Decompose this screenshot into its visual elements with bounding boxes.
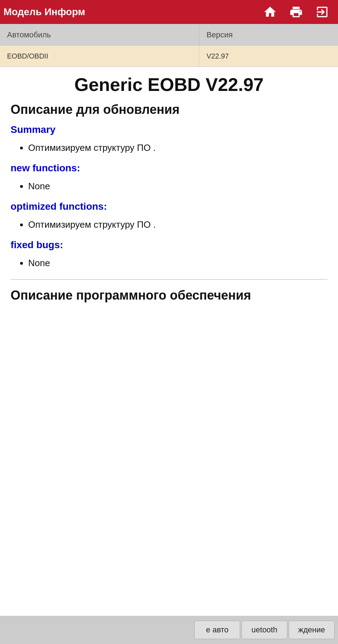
export-button[interactable] [310,1,334,23]
bottom-btn-2[interactable]: ждение [289,621,334,639]
info-table: Автомобиль Версия EOBD/OBDII V22.97 [0,24,338,67]
fixed-bugs-list: None [28,256,327,271]
fixed-bugs-label: fixed bugs: [11,239,327,251]
new-functions-label: new functions: [11,162,327,174]
fixed-bugs-section: fixed bugs: None [11,239,327,271]
print-button[interactable] [284,1,308,23]
bottom-btn-1[interactable]: uetooth [242,621,287,639]
bottom-bar: е авто uetooth ждение [0,616,338,644]
export-icon [315,5,329,19]
summary-list: Оптимизируем структуру ПО . [28,140,327,155]
app-header: Модель Информ [0,0,338,24]
home-button[interactable] [258,1,282,23]
list-item: Оптимизируем структуру ПО . [28,217,327,232]
header-icon-group [258,1,334,23]
optimized-functions-section: optimized functions: Оптимизируем структ… [11,201,327,232]
optimized-functions-list: Оптимизируем структуру ПО . [28,217,327,232]
list-item: None [28,179,327,194]
new-functions-list: None [28,179,327,194]
home-icon [263,5,277,19]
new-functions-section: new functions: None [11,162,327,194]
table-row: EOBD/OBDII V22.97 [0,46,338,67]
print-icon [289,5,303,19]
summary-section: Summary Оптимизируем структуру ПО . [11,124,327,155]
col-version-header: Версия [199,24,338,46]
bottom-btn-0[interactable]: е авто [194,621,240,639]
cell-version: V22.97 [199,46,338,67]
list-item: Оптимизируем структуру ПО . [28,140,327,155]
software-description-heading: Описание программного обеспечения [11,288,327,303]
page-title: Generic EOBD V22.97 [11,74,327,95]
section-divider [11,279,327,280]
list-item: None [28,256,327,271]
update-description-heading: Описание для обновления [11,102,327,117]
cell-car: EOBD/OBDII [0,46,199,67]
main-content: Generic EOBD V22.97 Описание для обновле… [0,67,338,616]
summary-label: Summary [11,124,327,135]
header-title: Модель Информ [4,6,258,18]
optimized-functions-label: optimized functions: [11,201,327,212]
col-car-header: Автомобиль [0,24,199,46]
